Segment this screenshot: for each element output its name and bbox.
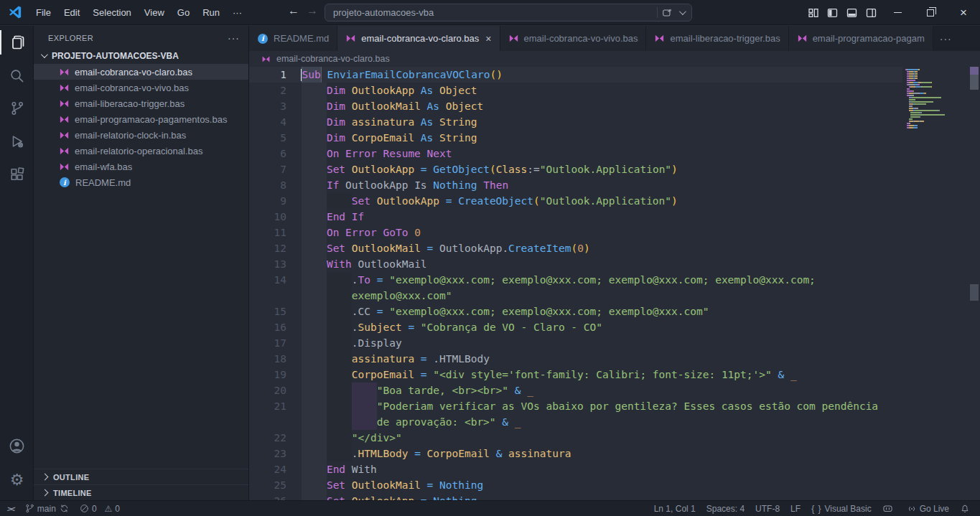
code-line[interactable]: 4Dim assinatura As String xyxy=(249,114,980,130)
indent-guide xyxy=(302,288,327,304)
code-line[interactable]: 12Set OutlookMail = OutlookApp.CreateIte… xyxy=(249,240,980,256)
code-line[interactable]: 1Sub EnviarEmailCobrancaVOClaro() xyxy=(249,67,980,83)
menu-run[interactable]: Run xyxy=(196,7,226,18)
activity-extensions[interactable] xyxy=(0,158,34,191)
code-line[interactable]: 15.CC = "exemplo@xxx.com; exemplo@xxx.co… xyxy=(249,304,980,319)
file-item[interactable]: email-liberacao-trigger.bas xyxy=(34,95,248,111)
editor-tab[interactable]: email-cobranca-vo-vivo.bas xyxy=(500,26,647,51)
activity-source-control[interactable] xyxy=(0,92,34,125)
vertical-scrollbar[interactable] xyxy=(969,67,980,500)
code-token: Sub xyxy=(302,67,321,83)
activity-search[interactable] xyxy=(0,59,34,92)
tabs-more-actions[interactable]: ··· xyxy=(933,26,958,51)
editor-tab[interactable]: email-cobranca-vo-claro.bas× xyxy=(337,26,500,51)
activity-run-debug[interactable] xyxy=(0,125,34,158)
code-line[interactable]: 13With OutlookMail xyxy=(249,256,980,272)
code-line[interactable]: 6On Error Resume Next xyxy=(249,146,980,161)
code-token: ( xyxy=(533,193,540,209)
minimap-line xyxy=(905,123,969,124)
close-icon[interactable]: × xyxy=(485,33,491,44)
minimap[interactable] xyxy=(902,67,969,500)
file-item[interactable]: email-programacao-pagamentos.bas xyxy=(34,111,248,127)
code-line[interactable]: 16.Subject = "Cobrança de VO - Claro - C… xyxy=(249,319,980,335)
code-line[interactable]: exemplo@xxx.com" xyxy=(249,288,980,304)
code-line[interactable]: 11On Error GoTo 0 xyxy=(249,225,980,240)
restore-button[interactable] xyxy=(914,0,947,25)
indent-guide xyxy=(302,446,327,461)
code-line[interactable]: 21"Poderiam verificar as VOs abaixo por … xyxy=(249,398,980,414)
file-item[interactable]: iREADME.md xyxy=(34,174,248,190)
file-item[interactable]: email-relatorio-operacional.bas xyxy=(34,143,248,159)
forward-arrow-icon[interactable]: → xyxy=(304,4,320,17)
code-line[interactable]: 14.To = "exemplo@xxx.com; exemplo@xxx.co… xyxy=(249,272,980,288)
code-line[interactable]: 2Dim OutlookApp As Object xyxy=(249,83,980,98)
code-line[interactable]: 26Set OutlookApp = Nothing xyxy=(249,493,980,500)
activity-account[interactable] xyxy=(0,428,34,463)
menu-[interactable]: ··· xyxy=(226,7,248,18)
breadcrumb[interactable]: email-cobranca-vo-claro.bas xyxy=(249,51,980,67)
code-line[interactable]: 10End If xyxy=(249,209,980,225)
editor-tab[interactable]: iREADME.md xyxy=(249,26,337,51)
status-bar: ><main0⚠0 Ln 1, Col 1Spaces: 4UTF-8LF{ }… xyxy=(0,500,980,516)
file-item[interactable]: email-cobranca-vo-claro.bas xyxy=(34,64,248,80)
menu-edit[interactable]: Edit xyxy=(57,7,86,18)
chevron-down-icon[interactable] xyxy=(679,8,686,15)
activity-files[interactable] xyxy=(0,26,34,59)
code-line[interactable]: 23.HTMLBody = CorpoEmail & assinatura xyxy=(249,446,980,461)
timeline-panel-header[interactable]: TIMELINE xyxy=(34,484,248,500)
customize-layout-icon[interactable] xyxy=(803,0,823,25)
code-token: () xyxy=(490,67,503,83)
status-0[interactable]: 0 xyxy=(80,504,97,514)
explorer-more-actions[interactable]: ··· xyxy=(228,32,240,44)
code-line[interactable]: de aprovação: <br>" & _ xyxy=(249,414,980,430)
code-editor[interactable]: 1Sub EnviarEmailCobrancaVOClaro()2Dim Ou… xyxy=(249,67,980,500)
status-0[interactable]: ⚠0 xyxy=(105,504,120,514)
code-line[interactable]: 19CorpoEmail = "<div style='font-family:… xyxy=(249,367,980,383)
scrollbar-thumb[interactable] xyxy=(970,75,979,90)
editor-tab[interactable]: email-liberacao-trigger.bas xyxy=(646,26,788,51)
menu-selection[interactable]: Selection xyxy=(86,7,137,18)
code-token: Then xyxy=(483,177,508,193)
refresh-icon[interactable] xyxy=(662,8,672,18)
status-bell[interactable] xyxy=(960,504,973,514)
minimap-line xyxy=(905,112,969,113)
menu-file[interactable]: File xyxy=(29,7,57,18)
code-line[interactable]: 24End With xyxy=(249,461,980,477)
code-line[interactable]: 5Dim CorpoEmail As String xyxy=(249,130,980,146)
status-visual-basic[interactable]: { }Visual Basic xyxy=(811,504,872,514)
status-spaces-4[interactable]: Spaces: 4 xyxy=(706,504,745,514)
status-main[interactable]: main xyxy=(25,504,72,514)
code-line[interactable]: 20"Boa tarde, <br><br>" & _ xyxy=(249,383,980,398)
file-item[interactable]: email-relatorio-clock-in.bas xyxy=(34,127,248,143)
status-utf-8[interactable]: UTF-8 xyxy=(755,504,780,514)
toggle-sidebar-icon[interactable] xyxy=(823,0,842,25)
file-item[interactable]: email-cobranca-vo-vivo.bas xyxy=(34,80,248,95)
toggle-panel-icon[interactable] xyxy=(842,0,862,25)
code-line[interactable]: 3Dim OutlookMail As Object xyxy=(249,98,980,114)
code-line[interactable]: 7Set OutlookApp = GetObject(Class:="Outl… xyxy=(249,161,980,177)
status-go-live[interactable]: Go Live xyxy=(907,504,949,514)
code-line[interactable]: 17.Display xyxy=(249,335,980,351)
status-lf[interactable]: LF xyxy=(790,504,801,514)
vb-file-icon xyxy=(59,98,70,109)
code-line[interactable]: 8If OutlookApp Is Nothing Then xyxy=(249,177,980,193)
code-line[interactable]: 25Set OutlookMail = Nothing xyxy=(249,477,980,493)
code-line[interactable]: 18assinatura = .HTMLBody xyxy=(249,351,980,367)
project-folder-row[interactable]: PROJETO-AUTOMACOES-VBA xyxy=(34,47,248,64)
status-ln-1-col-1[interactable]: Ln 1, Col 1 xyxy=(654,504,696,514)
editor-tab[interactable]: email-programacao-pagam xyxy=(789,26,933,51)
file-item[interactable]: email-wfa.bas xyxy=(34,159,248,174)
back-arrow-icon[interactable]: ← xyxy=(286,4,302,17)
menu-view[interactable]: View xyxy=(138,7,171,18)
outline-panel-header[interactable]: OUTLINE xyxy=(34,469,248,484)
code-line[interactable]: 9Set OutlookApp = CreateObject("Outlook.… xyxy=(249,193,980,209)
status-remote[interactable]: >< xyxy=(7,505,17,513)
menu-go[interactable]: Go xyxy=(171,7,196,18)
toggle-secondary-sidebar-icon[interactable] xyxy=(862,0,881,25)
close-button[interactable]: × xyxy=(947,0,980,25)
code-line[interactable]: 22"</div>" xyxy=(249,430,980,446)
status-copilot[interactable] xyxy=(882,503,896,514)
minimize-button[interactable] xyxy=(881,0,914,25)
command-center-search[interactable]: projeto-automacoes-vba xyxy=(325,4,692,22)
activity-settings-gear[interactable]: ⚙ xyxy=(0,463,34,497)
